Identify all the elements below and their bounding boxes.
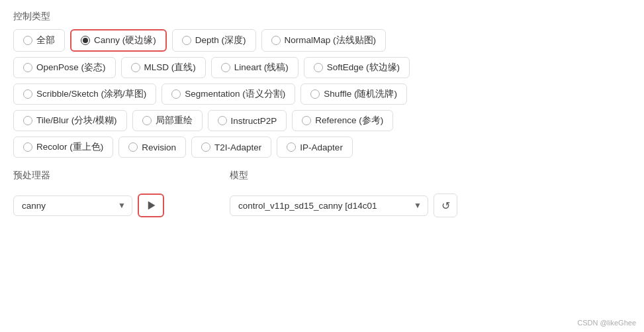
option-lineart[interactable]: Lineart (线稿) [211,57,299,78]
option-all[interactable]: 全部 [13,29,65,52]
radio-circle-tileblur [23,116,32,125]
control-type-row-5: Recolor (重上色) Revision T2I-Adapter IP-Ad… [13,137,631,158]
control-type-row-3: Scribble/Sketch (涂鸦/草图) Segmentation (语义… [13,83,631,105]
control-type-label: 控制类型 [13,11,631,23]
radio-circle-depth [182,36,191,45]
control-type-section: 控制类型 全部 Canny (硬边缘) Depth (深度) NormalMap… [13,11,631,158]
control-type-row-2: OpenPose (姿态) MLSD (直线) Lineart (线稿) Sof… [13,57,631,78]
radio-circle-reference [302,116,311,125]
option-instructp2p[interactable]: InstructP2P [208,110,287,131]
radio-circle-normalmap [271,36,281,45]
control-type-row-4: Tile/Blur (分块/模糊) 局部重绘 InstructP2P Refer… [13,110,631,131]
radio-circle-instructp2p [218,116,227,125]
model-group: 模型 control_v11p_sd15_canny [d14c01 ▼ ↺ [230,170,631,217]
option-segmentation[interactable]: Segmentation (语义分割) [161,83,295,105]
radio-circle-softedge [314,63,323,72]
model-row: control_v11p_sd15_canny [d14c01 ▼ ↺ [230,194,631,217]
option-recolor[interactable]: Recolor (重上色) [13,137,113,158]
radio-circle-revision [128,142,138,152]
option-shuffle[interactable]: Shuffle (随机洗牌) [300,83,407,105]
play-icon [146,200,156,211]
radio-circle-shuffle [310,89,320,99]
option-reference[interactable]: Reference (参考) [292,110,393,131]
radio-circle-segmentation [171,89,181,99]
option-scribble[interactable]: Scribble/Sketch (涂鸦/草图) [13,83,156,105]
option-revision[interactable]: Revision [118,137,186,158]
option-canny[interactable]: Canny (硬边缘) [70,29,167,52]
preprocessor-select-wrapper: canny ▼ [13,195,132,216]
option-t2iadapter[interactable]: T2I-Adapter [191,137,271,158]
option-depth[interactable]: Depth (深度) [172,29,256,52]
model-select[interactable]: control_v11p_sd15_canny [d14c01 [230,195,428,216]
option-ipadapter[interactable]: IP-Adapter [277,137,353,158]
radio-circle-ipadapter [287,142,296,152]
option-local[interactable]: 局部重绘 [132,110,203,131]
watermark: CSDN @likeGhee [577,319,636,327]
option-openpose[interactable]: OpenPose (姿态) [13,57,116,78]
refresh-icon: ↺ [441,199,450,212]
radio-circle-scribble [23,89,32,99]
model-label: 模型 [230,170,631,182]
control-type-row-1: 全部 Canny (硬边缘) Depth (深度) NormalMap (法线贴… [13,29,631,52]
option-tileblur[interactable]: Tile/Blur (分块/模糊) [13,110,127,131]
preprocessor-row: canny ▼ [13,194,214,217]
radio-circle-canny [81,36,90,45]
svg-marker-0 [148,201,155,209]
preprocessor-select[interactable]: canny [13,195,132,216]
radio-circle-openpose [23,63,32,72]
option-mlsd[interactable]: MLSD (直线) [121,57,206,78]
model-select-wrapper: control_v11p_sd15_canny [d14c01 ▼ [230,195,428,216]
radio-circle-mlsd [131,63,140,72]
bottom-section: 预处理器 canny ▼ 模型 control_v11p_sd15_canny … [13,170,631,217]
option-softedge[interactable]: SoftEdge (软边缘) [304,57,410,78]
preprocessor-label: 预处理器 [13,170,214,182]
radio-circle-recolor [23,142,32,152]
run-button[interactable] [138,194,164,217]
option-normalmap[interactable]: NormalMap (法线贴图) [261,29,387,52]
radio-circle-local [142,116,152,125]
refresh-button[interactable]: ↺ [434,194,457,217]
radio-circle-lineart [221,63,230,72]
radio-circle-all [23,36,32,45]
preprocessor-group: 预处理器 canny ▼ [13,170,214,217]
radio-circle-t2iadapter [201,142,210,152]
